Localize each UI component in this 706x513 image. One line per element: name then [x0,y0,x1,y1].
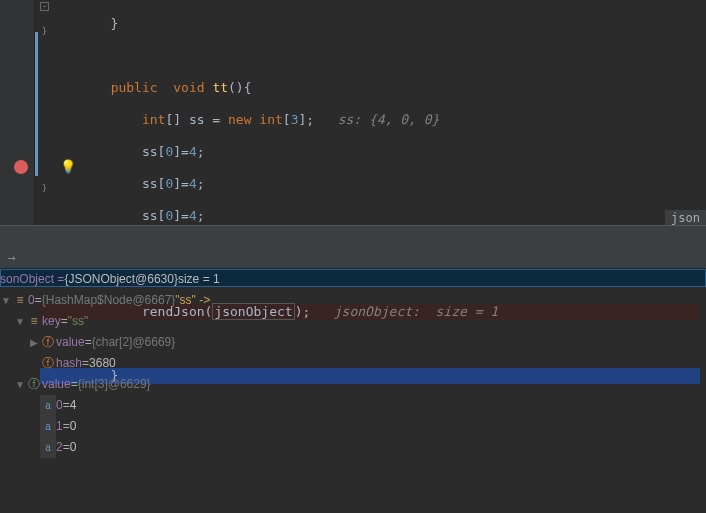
equals: = [35,290,42,311]
tree-toggle-icon[interactable]: ▼ [14,311,26,332]
code-editor[interactable]: - } } 💡 } public void tt(){ int[] ss = n… [0,0,706,225]
code-line: ]; [298,112,314,127]
type: int [142,112,165,127]
code-line: ss[ [48,144,165,159]
var-name: key [42,311,61,332]
var-name: sonObject = [0,269,64,290]
debug-node-arr-2[interactable]: a 2 = 0 [0,437,706,458]
equals: = [63,416,70,437]
debug-node-key-value[interactable]: ▶ ⓕ value = {char[2]@6669} [0,332,706,353]
equals: = [85,332,92,353]
debug-node-arr-0[interactable]: a 0 = 4 [0,395,706,416]
tree-toggle-icon[interactable]: ▼ [14,374,26,395]
code-line: [] ss = [165,112,228,127]
debug-node-key[interactable]: ▼ ≡ key = "ss" [0,311,706,332]
var-name: 1 [56,416,63,437]
equals: = [61,311,68,332]
debug-node-value[interactable]: ▼ ⓕ value = {int[3]@6629} [0,374,706,395]
equals: = [82,353,89,374]
code-line: (){ [228,80,251,95]
var-value: {int[3]@6629} [78,374,151,395]
breadcrumb-text: json [671,211,700,225]
debug-node-hash[interactable]: ⓕ hash = 3680 [0,353,706,374]
field-icon: ⓕ [40,332,56,353]
type: int [252,112,283,127]
gutter[interactable] [0,0,35,225]
code-line: ss[ [48,176,165,191]
code-line: ss[ [48,208,165,223]
expand-arrow-icon[interactable]: → [8,250,16,265]
var-value: "ss" [68,311,89,332]
code-line: ]= [173,176,189,191]
debug-node-entry[interactable]: ▼ ≡ 0 = {HashMap$Node@6667} "ss" -> [0,290,706,311]
breadcrumb[interactable]: json [665,210,706,226]
code-line: ]= [173,144,189,159]
tree-toggle-icon[interactable]: ▼ [0,290,12,311]
debug-node-arr-1[interactable]: a 1 = 0 [0,416,706,437]
number: 4 [189,144,197,159]
debug-node-root[interactable]: sonObject = {JSONObject@6630} size = 1 [0,269,706,290]
change-strip [35,32,38,176]
var-value: "ss" -> [175,290,210,311]
var-name: value [42,374,71,395]
var-name: 2 [56,437,63,458]
number: 4 [189,176,197,191]
var-name: value [56,332,85,353]
keyword: new [228,112,251,127]
keyword: public [111,80,158,95]
object-icon: ≡ [12,290,28,311]
array-index-icon: a [40,416,56,437]
breakpoint-icon[interactable] [14,160,28,174]
debug-toolbar [0,229,706,269]
var-value: 4 [70,395,77,416]
field-icon: ⓕ [40,353,56,374]
tree-toggle-icon[interactable]: ▶ [28,332,40,353]
var-value: size = 1 [178,269,220,290]
inline-hint: ss: {4, 0, 0} [338,112,440,127]
var-name: 0 [28,290,35,311]
var-name: 0 [56,395,63,416]
array-index-icon: a [40,437,56,458]
var-value: 0 [70,416,77,437]
var-type: {HashMap$Node@6667} [42,290,176,311]
method-name: tt [212,80,228,95]
array-index-icon: a [40,395,56,416]
field-icon: ⓕ [26,374,42,395]
var-value: {char[2]@6669} [92,332,176,353]
var-value: 0 [70,437,77,458]
code-line: ]= [173,208,189,223]
equals: = [63,437,70,458]
code-line: } [48,16,118,31]
keyword: void [173,80,204,95]
var-type: {JSONObject@6630} [64,269,178,290]
equals: = [63,395,70,416]
number: 4 [189,208,197,223]
debug-variables-tree[interactable]: sonObject = {JSONObject@6630} size = 1 ▼… [0,269,706,458]
var-name: hash [56,353,82,374]
field-icon: ≡ [26,311,42,332]
equals: = [71,374,78,395]
var-value: 3680 [89,353,116,374]
